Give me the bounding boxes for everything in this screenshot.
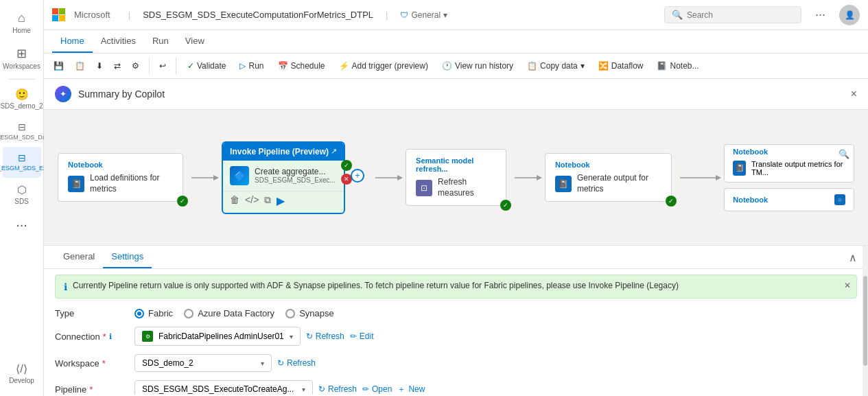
sidebar-item-label: SDS_demo_2: [0, 102, 43, 110]
radio-fabric[interactable]: Fabric: [134, 308, 173, 318]
sidebar-item-sds-exec[interactable]: ⊟ SDS_ESGM_SDS_Exec...: [3, 147, 41, 178]
notebook-button[interactable]: 📓 Noteb...: [651, 58, 704, 73]
pipeline-label: Pipeline *: [55, 384, 124, 395]
chevron-icon: ▾: [580, 61, 585, 71]
pipeline-new-button[interactable]: ＋ New: [397, 384, 425, 395]
invoke-pipeline-node[interactable]: Invoke Pipeline (Preview) ↗ 🔷 Create agg…: [222, 141, 345, 214]
info-close-button[interactable]: ✕: [844, 281, 851, 290]
topbar-badge: 🛡 General ▾: [400, 10, 447, 20]
topbar-divider2: |: [386, 10, 388, 20]
tab-activities[interactable]: Activities: [93, 30, 144, 53]
new-icon: 📋: [75, 61, 85, 71]
connection-form-row: Connection * ℹ ⚙ FabricDataPipelines Adm…: [55, 323, 857, 350]
add-trigger-button[interactable]: ⚡ Add trigger (preview): [333, 58, 434, 73]
workspace-controls: SDS_demo_2 ▾ ↻ Refresh: [134, 354, 857, 372]
invoke-label: Create aggregate...: [255, 167, 336, 176]
node-label: Generate output for metrics: [577, 173, 661, 194]
sidebar-item-sds-data[interactable]: ⊟ SDS_ESGM_SDS_Datas...: [3, 116, 41, 147]
copilot-icon: ✦: [55, 86, 71, 102]
sidebar-item-workspaces[interactable]: ⊞ Workspaces: [3, 40, 41, 76]
pipeline-open-button[interactable]: ✏ Open: [362, 384, 392, 394]
svg-marker-7: [716, 175, 721, 180]
workspaces-icon: ⊞: [16, 46, 27, 61]
settings-content: ℹ Currently Pipeline return value is onl…: [44, 269, 868, 395]
svg-marker-3: [397, 175, 403, 180]
play-icon[interactable]: ▶: [277, 194, 285, 207]
sidebar-item-develop[interactable]: ⟨/⟩ Develop: [3, 357, 41, 391]
right-notebook-node-1[interactable]: Notebook 📓 Translate output metrics for …: [724, 144, 854, 183]
brand-label: Microsoft: [74, 10, 110, 20]
run-button[interactable]: ▷ Run: [234, 58, 269, 73]
radio-label-adf: Azure Data Factory: [198, 308, 274, 318]
save-button[interactable]: 💾: [49, 58, 68, 73]
tab-run[interactable]: Run: [144, 30, 177, 53]
pipeline-value: SDS_ESGM_SDS_ExecuteToCreateAg...: [142, 384, 294, 394]
invoke-icon: 🔷: [230, 166, 249, 185]
settings-panel: General Settings ∧ ℹ Currently Pipeline …: [44, 245, 868, 396]
search-icon: 🔍: [672, 10, 683, 20]
delete-icon[interactable]: 🗑: [230, 194, 239, 207]
workspace-label: Workspace *: [55, 358, 124, 369]
undo-button[interactable]: ↩: [155, 58, 170, 73]
pipeline-select[interactable]: SDS_ESGM_SDS_ExecuteToCreateAg... ▾: [134, 380, 313, 395]
schedule-button[interactable]: 📅 Schedule: [272, 58, 331, 73]
right-notebook-icon: 📓: [733, 161, 746, 176]
sidebar-item-sds-demo[interactable]: 🙂 SDS_demo_2: [3, 82, 41, 116]
radio-dot-synapse: [285, 309, 295, 318]
tab-settings[interactable]: Settings: [103, 246, 152, 268]
success-badge: ✓: [177, 196, 188, 207]
sidebar-item-home[interactable]: ⌂ Home: [3, 5, 41, 40]
info-icon: ℹ: [64, 281, 67, 292]
node-content: ⊡ Refresh measures: [416, 177, 496, 198]
dataflow-button[interactable]: 🔀 Dataflow: [593, 58, 649, 73]
search-input[interactable]: [687, 10, 794, 20]
tab-view[interactable]: View: [177, 30, 213, 53]
view-history-button[interactable]: 🕐 View run history: [436, 58, 519, 73]
new-button[interactable]: 📋: [71, 58, 89, 73]
chevron-down-icon: ▾: [302, 386, 305, 393]
radio-adf[interactable]: Azure Data Factory: [184, 308, 274, 318]
search-box[interactable]: 🔍: [664, 6, 801, 23]
copy-icon[interactable]: ⧉: [264, 194, 271, 207]
workspace-select[interactable]: SDS_demo_2 ▾: [134, 354, 272, 372]
switch-button[interactable]: ⇄: [110, 58, 125, 73]
notebook-node-1[interactable]: Notebook 📓 Load definitions for metrics …: [58, 153, 183, 202]
chevron-down-icon: ▾: [290, 333, 293, 340]
notebook-icon: 📓: [657, 61, 667, 71]
save-icon: 💾: [54, 61, 64, 71]
ribbon-tabs: Home Activities Run View: [44, 30, 868, 54]
copy-data-button[interactable]: 📋 Copy data ▾: [521, 58, 590, 73]
semantic-node[interactable]: Semantic model refresh... ⊡ Refresh meas…: [406, 149, 506, 206]
code-icon[interactable]: </>: [245, 194, 259, 207]
tab-general[interactable]: General: [55, 246, 103, 268]
type-form-row: Type Fabric Azure Data Factory: [55, 304, 857, 323]
scrollbar-thumb[interactable]: [863, 276, 867, 366]
dataflow-icon: 🔀: [598, 61, 609, 71]
radio-synapse[interactable]: Synapse: [285, 308, 334, 318]
settings-button[interactable]: ⚙: [128, 58, 143, 73]
validate-button[interactable]: ✓ Validate: [182, 58, 231, 73]
add-connection-button[interactable]: +: [351, 169, 364, 183]
workspace-value: SDS_demo_2: [142, 358, 193, 368]
external-link-icon[interactable]: ↗: [331, 147, 337, 156]
download-button[interactable]: ⬇: [92, 58, 107, 73]
radio-label-synapse: Synapse: [299, 308, 334, 318]
sidebar-more-button[interactable]: ···: [10, 211, 33, 238]
connection-edit-button[interactable]: ✏ Edit: [350, 331, 374, 341]
ribbon-actions: 💾 📋 ⬇ ⇄ ⚙ ↩ ✓ Validate ▷ Run 📅 Schedule …: [44, 54, 868, 78]
connection-refresh-button[interactable]: ↻ Refresh: [306, 331, 344, 341]
sidebar-item-sds[interactable]: ⬡ SDS: [3, 178, 41, 211]
workspace-refresh-button[interactable]: ↻ Refresh: [277, 358, 316, 368]
right-notebook-node-2[interactable]: Notebook ○: [724, 188, 854, 211]
notebook-node-2[interactable]: Notebook 📓 Generate output for metrics ✓: [545, 153, 672, 202]
home-icon: ⌂: [18, 11, 25, 25]
topbar-more-button[interactable]: ···: [815, 8, 825, 22]
pipeline-refresh-button[interactable]: ↻ Refresh: [318, 384, 357, 394]
tab-home[interactable]: Home: [52, 30, 93, 53]
collapse-button[interactable]: ∧: [849, 251, 857, 264]
copilot-close-button[interactable]: ×: [851, 88, 857, 100]
run-icon: ▷: [239, 61, 246, 71]
connection-select[interactable]: ⚙ FabricDataPipelines AdminUser01 ▾: [134, 327, 301, 346]
invoke-actions: 🗑 </> ⧉ ▶: [223, 191, 344, 213]
search-mini-icon[interactable]: 🔍: [838, 149, 849, 159]
